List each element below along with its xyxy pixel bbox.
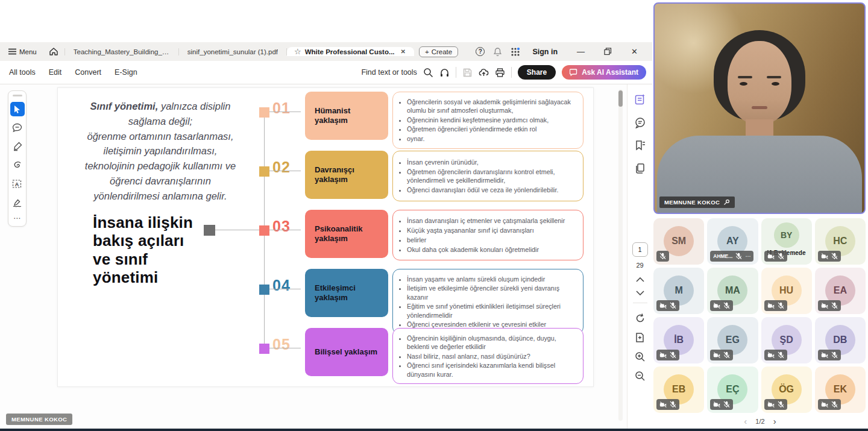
tab-document-1[interactable]: Teaching_Mastery_Building_Stu... (64, 48, 179, 55)
camera-off-icon (821, 253, 828, 260)
timeline-node-square (259, 344, 269, 354)
participant-tile[interactable]: MA ⋯ (707, 268, 758, 314)
home-button[interactable] (43, 47, 64, 56)
chevron-up-icon[interactable] (636, 277, 644, 282)
scrollbar-thumb[interactable] (618, 90, 623, 107)
participant-tile[interactable]: DB ⋯ (815, 317, 866, 363)
camera-off-icon (659, 303, 667, 309)
bullet-item: Nasıl biliriz, nasıl anlarız, nasıl düşü… (407, 352, 577, 360)
pin-icon[interactable] (723, 199, 730, 206)
page-navigation: 1 29 (632, 242, 648, 382)
print-icon[interactable] (495, 68, 505, 78)
sign-icon (12, 198, 22, 207)
timeline-node-square (259, 285, 269, 295)
more-options-icon[interactable]: ⋯ (745, 254, 750, 258)
select-tool-button[interactable] (10, 102, 25, 116)
mic-off-icon (735, 253, 742, 260)
create-tab-button[interactable]: + Create (419, 46, 458, 57)
intro-lines: sağlama değil;öğrenme ortamının tasarlan… (61, 114, 260, 204)
tab-label: sinif_yonetimi_sunular (1).pdf (187, 48, 278, 55)
rotate-icon[interactable] (635, 313, 646, 324)
pages-panel-button[interactable] (634, 162, 647, 175)
tab-document-active[interactable]: ☆ White Professional Custo... ✕ (287, 47, 414, 56)
participant-badge: ⋯ (710, 399, 733, 410)
participant-tile[interactable]: SM ⋯ (653, 218, 704, 265)
ai-label: Ask AI Assistant (582, 68, 638, 77)
sign-in-button[interactable]: Sign in (532, 48, 558, 56)
toolbar-menu-item[interactable]: Convert (69, 65, 107, 80)
approach-number: 03 (272, 218, 305, 235)
participant-tile[interactable]: ÖG ⋯ (761, 367, 812, 413)
participant-tile[interactable]: HU ⋯ (761, 268, 812, 314)
help-icon[interactable]: ? (476, 47, 485, 56)
zoom-out-icon[interactable] (635, 371, 646, 382)
apps-grid-icon[interactable] (511, 47, 520, 57)
bullet-item: Öğretmen öğrencilerin davranışlarını kon… (407, 168, 577, 185)
plus-icon: + (425, 48, 429, 55)
participant-tile[interactable]: EA ⋯ (815, 268, 866, 314)
find-tools-label[interactable]: Find text or tools (361, 68, 417, 77)
comment-tool-button[interactable] (10, 121, 25, 135)
speaker-video-tile[interactable]: MEMNUNE KOKOC (653, 2, 866, 214)
participant-tile[interactable]: EÇ ⋯ (707, 367, 758, 413)
search-icon[interactable] (423, 68, 433, 78)
headset-read-aloud-icon[interactable] (439, 68, 450, 78)
bookmarks-panel-button[interactable] (634, 139, 647, 152)
intro-bold: Sınıf yönetimi, (90, 101, 159, 112)
toolbar-menu-item[interactable]: All tools (4, 65, 41, 80)
close-window-icon[interactable]: ✕ (624, 47, 645, 56)
page-number-input[interactable]: 1 (632, 242, 648, 257)
participant-tile[interactable]: EK ⋯ (815, 367, 866, 413)
participant-tile[interactable]: ŞD ⋯ (761, 317, 812, 363)
home-icon (49, 47, 58, 56)
mic-off-icon (670, 401, 676, 408)
comment-icon (12, 123, 22, 133)
sign-tool-button[interactable] (10, 195, 25, 210)
minimize-icon[interactable]: — (570, 47, 592, 56)
camera-off-icon (767, 253, 775, 260)
toolbar: All toolsEditConvertE-Sign Find text or … (0, 61, 652, 84)
fit-page-icon[interactable] (635, 332, 645, 343)
close-tab-icon[interactable]: ✕ (398, 47, 408, 56)
ai-chat-icon (570, 68, 578, 77)
cloud-upload-icon[interactable] (479, 68, 489, 78)
taskbar-edge (0, 429, 868, 431)
draw-tool-button[interactable] (10, 158, 25, 172)
zoom-in-icon[interactable] (635, 351, 646, 362)
pdf-page: Sınıf yönetimi, yalnızca disiplin sağlam… (57, 87, 594, 387)
participant-tile[interactable]: EB ⋯ (653, 367, 704, 413)
comments-panel-button[interactable] (634, 116, 647, 129)
approach-row: 03 Psikoanalitik yaklaşım İnsan davranış… (264, 210, 583, 260)
ai-assistant-panel-button[interactable] (634, 93, 647, 106)
previous-page-icon[interactable]: ‹ (744, 416, 747, 426)
participant-tile[interactable]: İB ⋯ (653, 317, 704, 363)
participant-tile[interactable]: EG ⋯ (707, 317, 758, 363)
participant-tile[interactable]: BY Beklemede ⋯ (761, 218, 812, 265)
save-icon[interactable] (462, 68, 473, 78)
comments-panel-icon (634, 117, 646, 128)
star-icon[interactable]: ☆ (294, 47, 301, 56)
more-tools-button[interactable]: ⋯ (13, 214, 21, 222)
toolbar-menu-item[interactable]: Edit (43, 65, 68, 80)
svg-text:A: A (15, 181, 19, 187)
intro-line: teknolojinin pedagojik kullanımı ve (61, 159, 260, 174)
participant-tile[interactable]: M ⋯ (653, 268, 704, 314)
highlight-tool-button[interactable] (10, 139, 25, 154)
share-button[interactable]: Share (518, 65, 556, 80)
menu-button[interactable]: Menu (0, 48, 43, 55)
bullet-item: İnsan çevrenin ürünüdür, (407, 158, 577, 166)
add-text-tool-button[interactable]: A (10, 177, 25, 191)
rail-drag-handle[interactable] (13, 95, 22, 96)
tab-document-2[interactable]: sinif_yonetimi_sunular (1).pdf (179, 48, 287, 55)
chevron-down-icon[interactable] (636, 291, 644, 295)
approach-bullets-box: Öğrencilerin sosyal ve akademik gelişiml… (392, 92, 583, 149)
next-page-icon[interactable]: › (773, 416, 776, 426)
titlebar: Menu Teaching_Mastery_Building_Stu... si… (0, 42, 652, 61)
screen: Menu Teaching_Mastery_Building_Stu... si… (0, 0, 868, 431)
restore-icon[interactable] (604, 48, 612, 55)
participant-tile[interactable]: AY AHME... ⋯ (707, 218, 758, 265)
toolbar-menu-item[interactable]: E-Sign (109, 65, 143, 80)
ask-ai-assistant-button[interactable]: Ask AI Assistant (562, 65, 646, 80)
bell-icon[interactable] (493, 47, 502, 57)
participant-tile[interactable]: HC ⋯ (815, 218, 866, 265)
